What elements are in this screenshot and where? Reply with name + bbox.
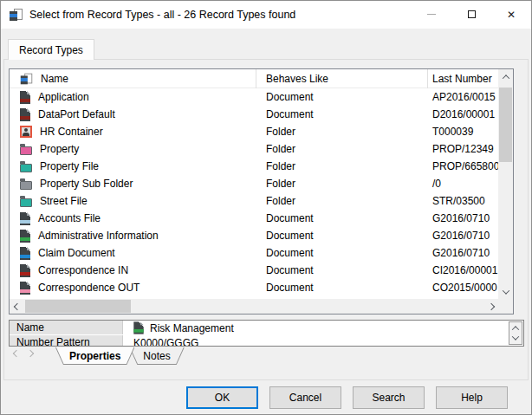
table-row[interactable]: Accounts FileDocumentG2016/0710 [10,210,513,227]
table-row[interactable]: HR ContainerFolderT000039 [10,123,513,140]
search-button[interactable]: Search [353,386,425,409]
close-icon: ✕ [507,10,516,20]
row-name-cell: Accounts File [10,212,256,225]
row-behaves-like-cell: Document [256,230,428,242]
row-name-cell: Claim Document [10,247,256,260]
property-label: Number Pattern [10,335,123,347]
scrollbar-corner [498,299,513,314]
scroll-right-button[interactable] [483,299,498,314]
tab-record-types-label: Record Types [19,44,83,56]
column-header-name[interactable]: Name [10,69,256,88]
horizontal-scrollbar-thumb[interactable] [25,300,131,313]
column-header-behaves-like[interactable]: Behaves Like [256,69,428,88]
doc-icon [20,264,30,277]
row-name-label: Property Sub Folder [40,178,133,190]
titlebar: Select from Record Types - all - 26 Reco… [1,1,531,29]
scroll-down-icon [502,287,509,294]
row-name-label: Correspondence OUT [38,282,139,294]
property-value: K0000/GGGG [123,337,523,347]
doc-icon [20,230,30,243]
record-type-icon [21,73,33,84]
row-name-cell: Application [10,91,256,104]
table-row[interactable]: Property Sub FolderFolder/0 [10,175,513,192]
hr-person-icon [20,126,32,138]
scroll-down-button[interactable] [498,284,513,299]
row-behaves-like-cell: Document [256,264,428,276]
row-name-label: Administrative Information [38,230,159,242]
row-name-label: HR Container [40,126,103,138]
property-value-label: K0000/GGGG [133,337,198,347]
tab-record-types[interactable]: Record Types [8,39,94,60]
row-name-label: Claim Document [38,247,115,259]
doc-icon [20,108,30,121]
app-icon [10,9,23,21]
doc-icon [133,321,143,334]
horizontal-scrollbar[interactable] [10,299,498,314]
maximize-button[interactable] [451,1,491,28]
table-row[interactable]: DataPort DefaultDocumentD2016/00001 [10,106,513,123]
tab-nav-left-icon[interactable] [13,350,20,357]
row-name-cell: Correspondence IN [10,264,256,277]
scroll-left-icon [13,302,20,309]
record-type-rows: ApplicationDocumentAP2016/0015DataPort D… [10,88,513,296]
table-row[interactable]: ApplicationDocumentAP2016/0015 [10,88,513,106]
column-header-last-number-label: Last Number [432,73,492,85]
row-name-label: DataPort Default [38,108,115,120]
row-behaves-like-cell: Folder [256,195,428,207]
row-name-label: Property [40,143,79,155]
table-row[interactable]: Property FileFolderPROP/665800 [10,158,513,175]
folder-icon [20,181,32,190]
row-name-cell: HR Container [10,126,256,138]
scroll-up-button[interactable] [498,69,513,84]
minimize-button[interactable] [412,1,451,28]
property-value-label: Risk Management [150,322,234,334]
row-name-cell: Administrative Information [10,230,256,243]
property-value: Risk Management [123,321,523,334]
window-controls: ✕ [412,1,531,28]
row-behaves-like-cell: Document [256,91,428,103]
column-header-name-label: Name [41,73,68,85]
row-behaves-like-cell: Folder [256,143,428,155]
tab-nav-right-icon[interactable] [27,350,34,357]
row-behaves-like-cell: Document [256,282,428,294]
bottom-tab-strip: PropertiesNotes [9,347,185,366]
close-button[interactable]: ✕ [491,1,531,28]
row-name-label: Application [38,91,89,103]
table-row[interactable]: Street FileFolderSTR/03500 [10,192,513,210]
window-title: Select from Record Types - all - 26 Reco… [29,9,295,21]
doc-icon [20,282,30,295]
row-behaves-like-cell: Folder [256,160,428,172]
doc-icon [20,212,30,225]
table-row[interactable]: PropertyFolderPROP/12349 [10,140,513,158]
row-behaves-like-cell: Folder [256,178,428,190]
dialog-buttons: OKCancelSearchHelp [1,386,508,409]
bottom-tab-properties[interactable]: Properties [55,347,134,365]
row-name-label: Accounts File [38,212,101,224]
row-behaves-like-cell: Document [256,212,428,224]
table-row[interactable]: Claim DocumentDocumentG2016/0710 [10,244,513,262]
folder-icon [20,164,32,172]
scroll-up-icon [502,75,509,81]
table-row[interactable]: Administrative InformationDocumentG2016/… [10,227,513,244]
properties-preview-grid: NameRisk ManagementNumber PatternK0000/G… [9,320,524,347]
cancel-button[interactable]: Cancel [269,386,341,409]
scroll-down-icon[interactable] [512,333,519,340]
bottom-tab-label: Notes [143,350,170,362]
bottom-tab-label: Properties [69,350,120,362]
folder-icon [20,198,32,207]
ok-button[interactable]: OK [186,386,258,409]
folder-icon [20,146,32,155]
property-row: NameRisk Management [10,321,523,335]
vertical-scrollbar[interactable] [498,69,513,299]
property-row: Number PatternK0000/GGGG [10,335,523,347]
property-grid-scroll[interactable] [509,321,522,345]
row-name-label: Property File [40,160,99,172]
row-behaves-like-cell: Document [256,247,428,259]
table-row[interactable]: Correspondence INDocumentCI2016/00001 [10,262,513,279]
scroll-left-button[interactable] [10,299,24,314]
table-row[interactable]: Correspondence OUTDocumentCO2015/0000 [10,279,513,296]
help-button[interactable]: Help [436,386,508,409]
vertical-scrollbar-thumb[interactable] [499,88,512,162]
doc-icon [20,247,30,260]
bottom-tab-notes[interactable]: Notes [129,347,184,365]
